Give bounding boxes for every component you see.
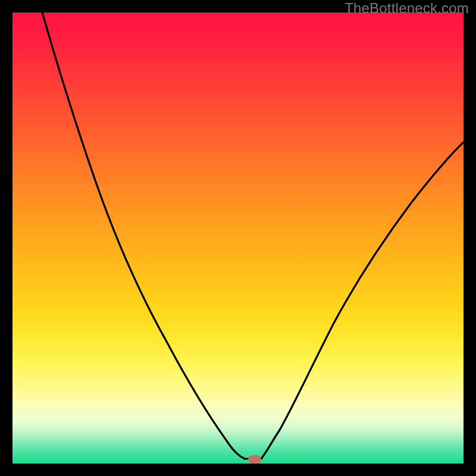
curve-right-branch	[261, 142, 464, 459]
optimal-point-marker	[248, 455, 261, 464]
bottleneck-curve	[12, 12, 464, 464]
plot-area	[12, 12, 464, 464]
watermark-text: TheBottleneck.com	[345, 0, 469, 17]
curve-left-branch	[42, 12, 245, 459]
